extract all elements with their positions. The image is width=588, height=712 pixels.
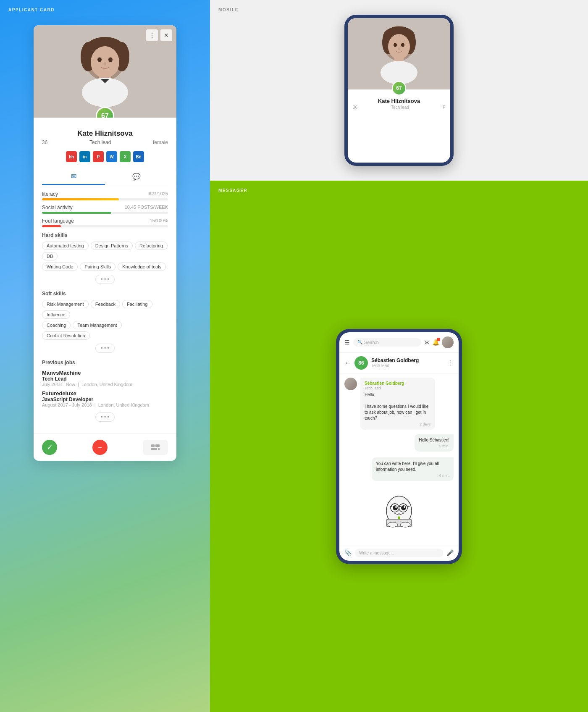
tag-risk-management[interactable]: Risk Management — [42, 300, 89, 308]
message-body: Sébastien Goldberg Tech lead Hello,I hav… — [339, 373, 459, 545]
tag-knowledge-tools[interactable]: Knowledge of tools — [118, 263, 166, 271]
jobs-more-btn[interactable]: • • • — [95, 412, 114, 422]
card-body: Kate Hliznitsova 36 Tech lead female hh … — [34, 118, 176, 434]
contact-role: Tech lead — [371, 363, 444, 368]
msg-text-3: You can write here. I'll give you all in… — [376, 461, 449, 473]
search-box[interactable]: 🔍 Search — [353, 338, 421, 347]
tab-chat[interactable]: 💬 — [105, 168, 168, 185]
mobile-screen: 67 Kate Hliznitsova 36 Tech lead F — [348, 18, 450, 163]
social-label: Social activity — [42, 205, 73, 210]
literacy-bar-bg — [42, 198, 168, 200]
msg-left-1: Sébastien Goldberg Tech lead Hello,I hav… — [344, 378, 454, 430]
card-name: Kate Hliznitsova — [42, 129, 168, 138]
hard-skills-tags-2: Writing Code Pairing Skills Knowledge of… — [42, 263, 168, 271]
soft-skills-tags-2: Coaching Team Management Conflict Resolu… — [42, 321, 168, 340]
tag-pairing-skills[interactable]: Pairing Skills — [80, 263, 116, 271]
attach-icon[interactable]: 📎 — [344, 549, 352, 556]
user-avatar-small[interactable] — [442, 336, 454, 348]
envelope-icon[interactable]: ✉ — [425, 339, 430, 346]
previous-jobs-title: Previous jobs — [42, 360, 168, 365]
card-meta: 36 Tech lead female — [42, 139, 168, 145]
tag-automated-testing[interactable]: Automated testing — [42, 242, 89, 250]
messenger-notch — [391, 333, 407, 335]
contact-info: Sébastien Goldberg Tech lead — [371, 357, 444, 368]
card-tabs: ✉ 💬 — [42, 168, 168, 185]
social-links: hh in P W X Bē — [42, 151, 168, 162]
close-icon[interactable]: ✕ — [160, 29, 172, 41]
msg-header-icons: ✉ 🔔 — [425, 336, 454, 348]
msg-time-3: 6 min. — [376, 473, 449, 478]
bubble-left-1: Sébastien Goldberg Tech lead Hello,I hav… — [360, 378, 435, 430]
view-icon — [151, 444, 160, 450]
job-1: ManvsMachine Tech Lead July 2018 - Now |… — [42, 370, 168, 387]
jobs-section: ManvsMachine Tech Lead July 2018 - Now |… — [42, 370, 168, 407]
svg-point-25 — [398, 47, 400, 50]
job-2-company: Futuredeluxe — [42, 390, 168, 397]
card-gender: female — [153, 139, 168, 145]
mobile-name: Kate Hliznitsova — [353, 98, 445, 104]
svg-point-23 — [394, 43, 397, 47]
search-icon: 🔍 — [357, 340, 362, 344]
tag-db[interactable]: DB — [42, 252, 58, 260]
messenger-phone: ☰ 🔍 Search ✉ 🔔 — [336, 329, 462, 564]
svg-rect-15 — [158, 448, 160, 450]
svg-rect-14 — [151, 448, 157, 450]
social-pinterest[interactable]: P — [93, 151, 104, 162]
social-metric: Social activity 10.45 POSTS/WEEK — [42, 205, 168, 214]
tag-influence[interactable]: Influence — [42, 310, 70, 319]
mobile-section: MOBILE — [210, 0, 588, 181]
chat-more-icon[interactable]: ⋮ — [447, 359, 454, 367]
msg-text-1: Hello,I have some questions I would like… — [365, 392, 431, 421]
svg-point-32 — [401, 505, 406, 510]
foul-value: 15/100% — [150, 218, 168, 224]
sender-name: Sébastien Goldberg — [365, 381, 431, 386]
m-dot-2 — [454, 336, 455, 337]
contact-name: Sébastien Goldberg — [371, 357, 444, 363]
tag-conflict-resolution[interactable]: Conflict Resolution — [42, 331, 90, 340]
accept-button[interactable]: ✓ — [42, 440, 57, 455]
tab-email[interactable]: ✉ — [42, 168, 105, 185]
mobile-photo-svg — [348, 18, 450, 89]
view-button[interactable] — [143, 440, 168, 455]
notification-wrap: 🔔 — [432, 339, 439, 346]
social-bar-bg — [42, 212, 168, 214]
bubble-right-2: You can write here. I'll give you all in… — [372, 457, 454, 481]
soft-skills-title: Soft skills — [42, 291, 168, 297]
social-hh[interactable]: hh — [66, 151, 77, 162]
tag-refactoring[interactable]: Refactoring — [135, 242, 168, 250]
tag-writing-code[interactable]: Writing Code — [42, 263, 78, 271]
tag-design-patterns[interactable]: Design Patterns — [91, 242, 133, 250]
msg-input[interactable]: Write a message... — [355, 549, 443, 557]
tag-feedback[interactable]: Feedback — [91, 300, 120, 308]
more-options-icon[interactable]: ⋮ — [146, 29, 158, 41]
msg-footer: 📎 Write a message... 🎤 — [339, 545, 459, 561]
search-placeholder: Search — [364, 340, 379, 345]
tag-coaching[interactable]: Coaching — [42, 321, 71, 329]
social-linkedin[interactable]: in — [79, 151, 90, 162]
hamburger-icon[interactable]: ☰ — [344, 339, 350, 346]
social-x[interactable]: X — [120, 151, 131, 162]
reject-button[interactable]: − — [92, 440, 108, 455]
literacy-metric: literacy 627/1025 — [42, 191, 168, 200]
mobile-meta: 36 Tech lead F — [353, 105, 445, 110]
social-behance[interactable]: Bē — [133, 151, 144, 162]
soft-skills-tags: Risk Management Feedback Faciliating Inf… — [42, 300, 168, 319]
social-w[interactable]: W — [106, 151, 117, 162]
svg-point-8 — [108, 58, 113, 62]
mobile-score: 67 — [392, 81, 406, 95]
sender-avatar — [344, 378, 357, 390]
hard-skills-more-btn[interactable]: • • • — [95, 275, 114, 284]
svg-point-22 — [388, 34, 410, 59]
mic-icon[interactable]: 🎤 — [446, 549, 454, 556]
msg-right-2: You can write here. I'll give you all in… — [344, 457, 454, 484]
tag-faciliating[interactable]: Faciliating — [122, 300, 152, 308]
back-icon[interactable]: ← — [344, 359, 351, 367]
job-1-title: Tech Lead — [42, 376, 168, 382]
tag-team-management[interactable]: Team Management — [73, 321, 121, 329]
soft-skills-more-btn[interactable]: • • • — [95, 344, 114, 353]
msg-time-1: 2 days — [365, 422, 431, 426]
messenger-section: MESSAGER ☰ 🔍 Search ✉ — [210, 181, 588, 712]
svg-point-36 — [388, 522, 398, 527]
literacy-value: 627/1025 — [149, 191, 168, 197]
svg-point-31 — [393, 505, 398, 510]
